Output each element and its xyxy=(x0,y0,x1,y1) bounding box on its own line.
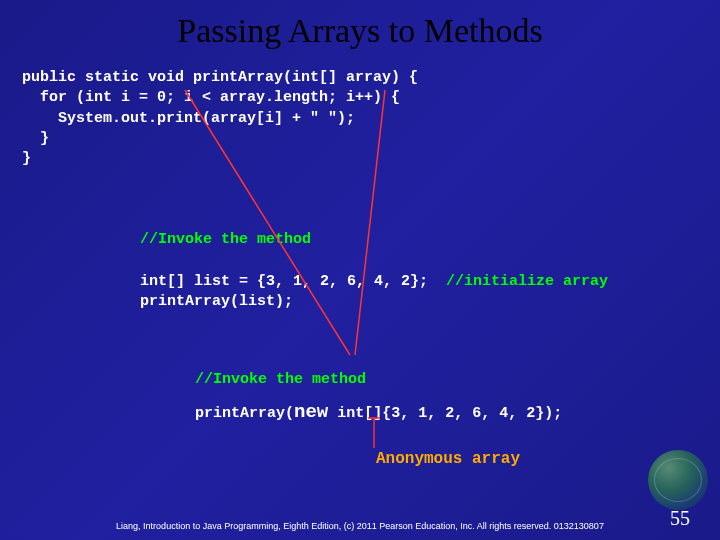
code-line: } xyxy=(22,130,49,147)
call-pre: printArray( xyxy=(195,405,294,422)
new-keyword: new xyxy=(294,401,328,423)
invoke-comment-1: //Invoke the method xyxy=(140,230,311,250)
code-call: printArray(list); xyxy=(140,293,293,310)
code-line: for (int i = 0; i < array.length; i++) { xyxy=(22,89,400,106)
code-decl: int[] list = {3, 1, 2, 6, 4, 2}; xyxy=(140,273,428,290)
invoke-comment-2: //Invoke the method xyxy=(195,370,366,390)
footer-citation: Liang, Introduction to Java Programming,… xyxy=(0,521,720,532)
call-post: int[]{3, 1, 2, 6, 4, 2}); xyxy=(328,405,562,422)
init-comment: //initialize array xyxy=(446,273,608,290)
code-line: System.out.print(array[i] + " "); xyxy=(22,110,355,127)
method-code: public static void printArray(int[] arra… xyxy=(22,68,418,169)
code-line: } xyxy=(22,150,31,167)
page-number: 55 xyxy=(670,507,690,530)
slide-title: Passing Arrays to Methods xyxy=(0,0,720,50)
invoke-code-1: int[] list = {3, 1, 2, 6, 4, 2}; //initi… xyxy=(140,272,608,313)
anonymous-array-label: Anonymous array xyxy=(376,450,520,468)
code-line: public static void printArray(int[] arra… xyxy=(22,69,418,86)
invoke-code-2: printArray(new int[]{3, 1, 2, 6, 4, 2}); xyxy=(195,400,562,426)
globe-icon xyxy=(648,450,708,510)
